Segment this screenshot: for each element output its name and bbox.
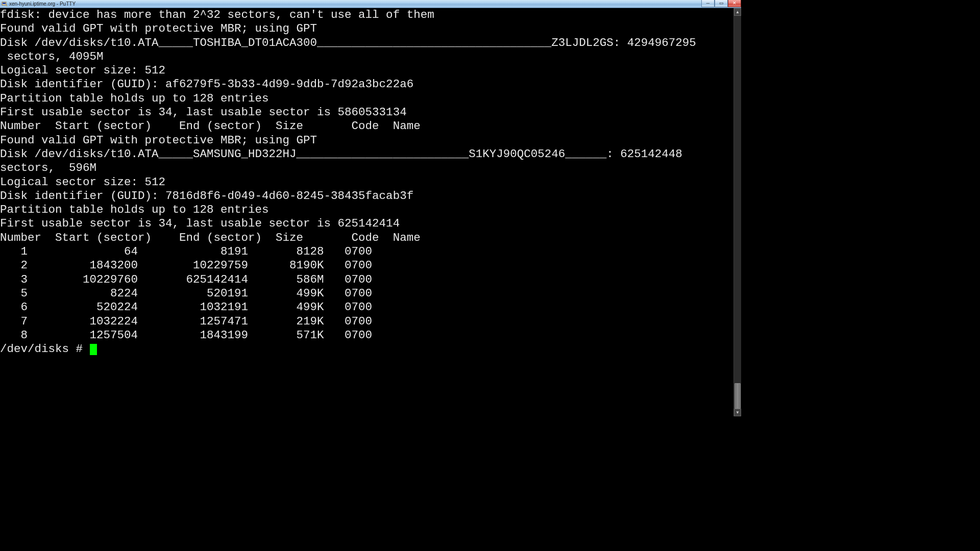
window-title: xen-hyuni.iptime.org - PuTTY <box>9 1 701 7</box>
terminal-line: Disk /dev/disks/t10.ATA_____TOSHIBA_DT01… <box>0 36 733 50</box>
window-controls: ─ ▭ ✕ <box>701 0 741 8</box>
terminal-line: sectors, 596M <box>0 161 733 175</box>
terminal-line: Disk identifier (GUID): af6279f5-3b33-4d… <box>0 78 733 91</box>
terminal-line: Number Start (sector) End (sector) Size … <box>0 231 733 245</box>
terminal-line: fdisk: device has more than 2^32 sectors… <box>0 8 733 22</box>
terminal-line: Found valid GPT with protective MBR; usi… <box>0 22 733 36</box>
terminal-line: Partition table holds up to 128 entries <box>0 203 733 217</box>
terminal-line: 1 64 8191 8128 0700 <box>0 245 733 259</box>
terminal-line: 8 1257504 1843199 571K 0700 <box>0 329 733 342</box>
maximize-button[interactable]: ▭ <box>715 0 728 7</box>
cursor-icon <box>90 344 97 356</box>
terminal-line: Number Start (sector) End (sector) Size … <box>0 119 733 133</box>
terminal-area: fdisk: device has more than 2^32 sectors… <box>0 8 741 416</box>
terminal-line: 6 520224 1032191 499K 0700 <box>0 300 733 314</box>
scroll-track[interactable] <box>734 16 741 409</box>
scroll-down-button[interactable]: ▼ <box>734 409 741 416</box>
scroll-thumb[interactable] <box>734 383 741 409</box>
svg-line-2 <box>6 5 7 6</box>
terminal-prompt-line: /dev/disks # <box>0 342 733 356</box>
terminal-line: First usable sector is 34, last usable s… <box>0 217 733 231</box>
terminal-line: Logical sector size: 512 <box>0 176 733 189</box>
terminal-line: 3 10229760 625142414 586M 0700 <box>0 273 733 287</box>
svg-rect-1 <box>3 3 6 4</box>
close-button[interactable]: ✕ <box>728 0 741 7</box>
terminal-line: Disk /dev/disks/t10.ATA_____SAMSUNG_HD32… <box>0 147 733 161</box>
putty-window: xen-hyuni.iptime.org - PuTTY ─ ▭ ✕ fdisk… <box>0 0 741 416</box>
terminal-line: Partition table holds up to 128 entries <box>0 92 733 106</box>
terminal-line: 2 1843200 10229759 8190K 0700 <box>0 259 733 272</box>
terminal[interactable]: fdisk: device has more than 2^32 sectors… <box>0 8 733 416</box>
terminal-line: sectors, 4095M <box>0 50 733 64</box>
putty-icon <box>2 1 8 7</box>
minimize-button[interactable]: ─ <box>701 0 715 7</box>
terminal-line: Found valid GPT with protective MBR; usi… <box>0 134 733 147</box>
terminal-line: First usable sector is 34, last usable s… <box>0 106 733 119</box>
terminal-line: 7 1032224 1257471 219K 0700 <box>0 315 733 329</box>
terminal-line: Logical sector size: 512 <box>0 64 733 78</box>
scroll-up-button[interactable]: ▲ <box>734 8 741 16</box>
window-titlebar[interactable]: xen-hyuni.iptime.org - PuTTY ─ ▭ ✕ <box>0 0 741 8</box>
terminal-line: Disk identifier (GUID): 7816d8f6-d049-4d… <box>0 189 733 203</box>
scrollbar[interactable]: ▲ ▼ <box>733 8 741 416</box>
terminal-line: 5 8224 520191 499K 0700 <box>0 287 733 300</box>
